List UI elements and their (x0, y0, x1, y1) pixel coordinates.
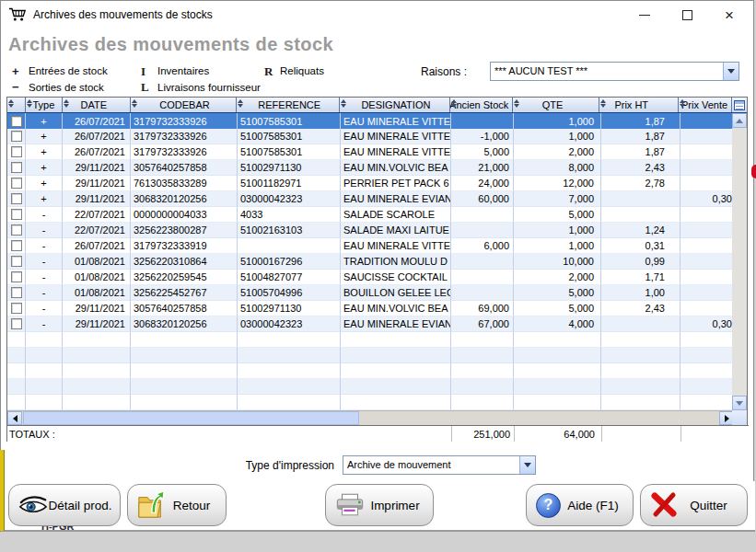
sort-icon (64, 99, 69, 108)
cell: 2,78 (601, 176, 680, 191)
cell (451, 223, 514, 238)
header-prix-ht[interactable]: Prix HT (599, 98, 679, 112)
row-checkbox[interactable] (11, 256, 22, 267)
row-checkbox[interactable] (11, 146, 22, 157)
table-row[interactable]: -01/08/2021325622025954551004827077SAUCI… (7, 270, 747, 285)
cell (26, 363, 63, 379)
row-checkbox[interactable] (11, 116, 22, 127)
minimize-button[interactable] (632, 5, 657, 25)
legend-reliquats-label: Reliquats (280, 65, 324, 76)
cell: TRADITION MOULU D (341, 254, 451, 270)
table-row[interactable]: -01/08/2021325622031086451000167296TRADI… (7, 254, 747, 270)
scroll-up-button[interactable] (732, 113, 747, 128)
print-type-select[interactable]: Archive de mouvement (343, 455, 536, 475)
table-row[interactable]: +29/11/2021761303583328951001182971PERRI… (7, 176, 747, 191)
print-type-dropdown-arrow[interactable] (519, 456, 535, 474)
retour-button[interactable]: Retour (127, 484, 227, 526)
empty-row[interactable] (7, 395, 747, 410)
cell: 1,00 (601, 285, 680, 301)
empty-row[interactable] (7, 363, 747, 379)
cell: 26/07/2021 (63, 129, 131, 144)
aide-button[interactable]: ? Aide (F1) (526, 484, 634, 526)
window-titlebar[interactable]: Archives des mouvements de stocks × (1, 1, 753, 29)
row-checkbox[interactable] (11, 271, 22, 282)
table-row[interactable]: -22/07/2021325622380028751002163103SALAD… (7, 223, 747, 238)
sort-icon (238, 99, 243, 108)
maximize-button[interactable] (674, 5, 700, 25)
table-row[interactable]: +26/07/2021317973233392651007585301EAU M… (7, 144, 747, 160)
close-button[interactable]: × (716, 5, 742, 25)
header-designation[interactable]: DESIGNATION (340, 98, 450, 112)
row-checkbox[interactable] (11, 209, 22, 220)
table-row[interactable]: +26/07/2021317973233392651007585301EAU M… (7, 113, 747, 129)
column-picker-button[interactable] (732, 98, 747, 112)
table-row[interactable]: -29/11/2021305764025785851002971130EAU M… (7, 301, 747, 316)
cell: 51001182971 (238, 176, 341, 191)
row-checkbox[interactable] (11, 193, 22, 204)
horizontal-scrollbar[interactable] (7, 410, 734, 425)
raisons-select[interactable]: *** AUCUN TEST *** (490, 62, 739, 81)
cell: EAU MINERALE VITTEL (341, 113, 451, 129)
cell (341, 348, 451, 363)
cell: 1,000 (514, 223, 601, 238)
table-row[interactable]: -22/07/202100000000040334033SALADE SCARO… (7, 207, 747, 223)
raisons-dropdown-arrow[interactable] (723, 63, 739, 80)
scrollbar-corner (732, 410, 747, 425)
scroll-left-button[interactable] (7, 411, 22, 425)
detail-product-button[interactable]: Détail prod. (8, 484, 121, 526)
cell (601, 316, 680, 332)
row-checkbox[interactable] (11, 303, 22, 314)
sort-icon (8, 99, 14, 108)
empty-row[interactable] (7, 348, 747, 363)
cell (7, 176, 26, 191)
header-date[interactable]: DATE (63, 98, 131, 112)
table-row[interactable]: +29/11/2021306832012025603000042323EAU M… (7, 191, 747, 207)
cell: 1,87 (601, 144, 680, 160)
cell (7, 363, 26, 379)
header-type[interactable]: Type (26, 98, 63, 112)
cell (601, 207, 680, 223)
empty-row[interactable] (7, 379, 747, 395)
horizontal-scroll-thumb[interactable] (23, 411, 359, 425)
empty-row[interactable] (7, 332, 747, 348)
row-checkbox[interactable] (11, 287, 22, 298)
table-row[interactable]: -26/07/20213179732333919EAU MINERALE VIT… (7, 238, 747, 254)
vertical-scrollbar[interactable] (732, 113, 747, 410)
header-select[interactable] (7, 98, 26, 112)
cell: EAU MIN.VOLVIC BEA (341, 301, 451, 316)
row-checkbox[interactable] (11, 131, 22, 142)
cell (238, 395, 341, 410)
cell (451, 332, 514, 348)
desktop-background (0, 534, 756, 552)
header-ancien-stock[interactable]: Ancien Stock (450, 98, 513, 112)
header-reference[interactable]: REFERENCE (237, 98, 340, 112)
row-checkbox[interactable] (11, 162, 22, 173)
cell: 3057640257858 (131, 160, 238, 176)
quitter-button[interactable]: Quitter (640, 484, 748, 526)
table-row[interactable]: +26/07/2021317973233392651007585301EAU M… (7, 129, 747, 144)
cell (680, 301, 734, 316)
row-checkbox[interactable] (11, 240, 22, 251)
header-codebar[interactable]: CODEBAR (131, 98, 238, 112)
header-qte[interactable]: QTE (513, 98, 600, 112)
cell: 26/07/2021 (63, 113, 131, 129)
row-checkbox[interactable] (11, 178, 22, 189)
cell: + (26, 144, 63, 160)
cell: 0,30 (680, 316, 734, 332)
row-checkbox[interactable] (11, 224, 22, 236)
scroll-down-button[interactable] (732, 396, 747, 410)
table-row[interactable]: -29/11/2021306832012025603000042323EAU M… (7, 316, 747, 332)
table-row[interactable]: +29/11/2021305764025785851002971130EAU M… (7, 160, 747, 176)
cell (514, 395, 601, 410)
cell (680, 207, 734, 223)
cell: 4,000 (514, 316, 601, 332)
row-checkbox[interactable] (11, 318, 22, 329)
cell: 3179732333919 (131, 238, 238, 254)
table-row[interactable]: -01/08/2021325622545276751005704996BOUIL… (7, 285, 747, 301)
cell: 12,000 (514, 176, 601, 191)
cell (451, 395, 514, 410)
imprimer-button[interactable]: Imprimer (325, 484, 434, 526)
cell: 03000042323 (238, 191, 341, 207)
header-prix-vente[interactable]: Prix Vente (679, 98, 732, 112)
cell (63, 332, 131, 348)
